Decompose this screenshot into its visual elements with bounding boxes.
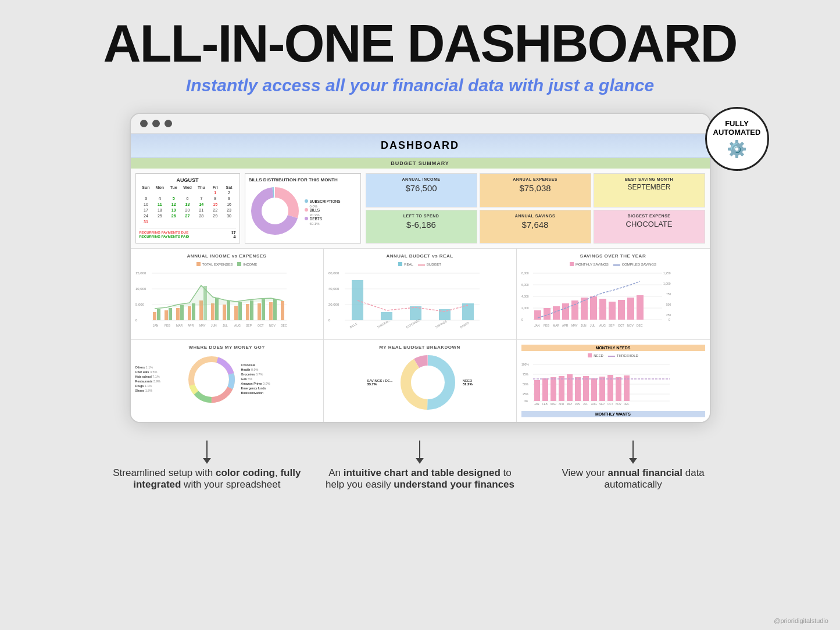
- svg-text:1,250: 1,250: [663, 271, 671, 275]
- cal-day: [153, 190, 166, 195]
- callout-3: View your annual financial data automati…: [532, 441, 734, 491]
- svg-rect-18: [188, 306, 191, 320]
- svg-rect-136: [616, 377, 621, 401]
- left-to-spend-value: $-6,186: [370, 220, 473, 230]
- svg-text:SEP: SEP: [609, 324, 615, 327]
- wl-shoes: Shoes 1.8%: [135, 389, 182, 392]
- where-money-goes-title: WHERE DOES MY MONEY GO?: [135, 345, 319, 350]
- best-saving-month-label: BEST SAVING MONTH: [598, 177, 701, 181]
- bills-distribution-title: BILLS DISTRIBUTION FOR THIS MONTH: [249, 177, 357, 182]
- left-to-spend-label: LEFT TO SPEND: [370, 214, 473, 218]
- auto-badge-line2: AUTOMATED: [713, 128, 761, 137]
- svg-text:JAN: JAN: [153, 324, 159, 327]
- svg-text:MAY: MAY: [571, 324, 578, 327]
- svg-text:MAY: MAY: [567, 403, 572, 406]
- bills-distribution-panel: BILLS DISTRIBUTION FOR THIS MONTH: [245, 173, 361, 244]
- debts-dot: [305, 217, 308, 220]
- budget-breakdown-panel: MY REAL BUDGET BREAKDOWN SAVINGS / DE...…: [324, 340, 517, 422]
- need-pct-value: 31.2%: [463, 382, 473, 386]
- annual-budget-real-title: ANNUAL BUDGET vs REAL: [328, 253, 512, 259]
- svg-text:0%: 0%: [524, 399, 528, 403]
- cal-day: [167, 190, 180, 195]
- monthly-needs-header: MONTHLY NEEDS: [521, 345, 705, 351]
- cal-day: 31: [140, 219, 153, 224]
- budget-breakdown-content: SAVINGS / DE... 33.7% NEED 31.2%: [328, 353, 512, 411]
- window-dot-2: [152, 120, 160, 127]
- svg-rect-13: [157, 309, 160, 320]
- svg-text:NOV: NOV: [627, 324, 634, 327]
- cal-day: 12: [167, 202, 180, 207]
- cal-day: 18: [153, 207, 166, 213]
- real-label: REAL: [404, 263, 413, 266]
- wr-boat: Boat renovation: [241, 391, 288, 395]
- wl-ubereats: Uber eats 3.5%: [135, 370, 182, 374]
- svg-text:BILLS: BILLS: [349, 322, 358, 329]
- legend-compiled-savings: COMPILED SAVINGS: [613, 262, 656, 266]
- legend-monthly-savings: MONTHLY SAVINGS: [570, 262, 609, 266]
- svg-text:APR: APR: [188, 324, 194, 327]
- svg-text:2,000: 2,000: [521, 306, 529, 310]
- svg-rect-12: [153, 312, 156, 320]
- recurring-paid-row: RECURRING PAYMENTS PAID 4: [140, 235, 236, 239]
- legend-bills: BILLS: [305, 208, 341, 212]
- cal-day: 1: [209, 190, 222, 195]
- svg-text:OCT: OCT: [618, 324, 624, 327]
- svg-text:50%: 50%: [523, 382, 529, 386]
- callout-1: Streamlined setup with color coding, ful…: [106, 441, 308, 491]
- svg-text:0: 0: [521, 318, 523, 321]
- cal-header-sat: Sat: [223, 185, 236, 189]
- svg-rect-133: [591, 378, 597, 401]
- svg-rect-15: [169, 308, 172, 320]
- cal-day: 5: [167, 196, 180, 201]
- svg-text:SEP: SEP: [246, 324, 252, 327]
- calendar-footer: RECURRING PAYMENTS DUE 17 RECURRING PAYM…: [140, 228, 236, 239]
- cal-day: 16: [223, 202, 236, 207]
- cal-day: 2: [223, 190, 236, 195]
- cal-header-mon: Mon: [153, 185, 166, 189]
- svg-rect-92: [637, 295, 644, 320]
- biggest-expense-value: CHOCOLATE: [598, 220, 701, 228]
- budget-summary-bar: BUDGET SUMMARY: [131, 158, 710, 169]
- bar-chart-svg: 15,000 10,000 5,000 0: [135, 269, 287, 332]
- cal-day: 22: [209, 207, 222, 213]
- threshold-legend-label: THRESHOLD: [617, 354, 638, 357]
- savings-chart-svg: 8,000 6,000 4,000 2,000 0 1,250 1,000 75…: [521, 269, 673, 332]
- top-section: AUGUST Sun Mon Tue Wed Thu Fri Sat 1: [131, 169, 710, 249]
- legend-budget: BUDGET: [418, 262, 441, 266]
- svg-text:500: 500: [666, 303, 671, 306]
- svg-rect-30: [258, 303, 261, 320]
- svg-rect-16: [176, 308, 180, 320]
- callouts-section: Streamlined setup with color coding, ful…: [106, 441, 734, 491]
- biggest-expense-label: BIGGEST EXPENSE: [598, 214, 701, 218]
- callout-1-text: Streamlined setup with color coding, ful…: [106, 467, 308, 491]
- subscriptions-dot: [305, 199, 308, 203]
- svg-text:JAN: JAN: [534, 324, 540, 327]
- savings-over-year-title: SAVINGS OVER THE YEAR: [521, 253, 705, 259]
- bills-label: BILLS: [310, 208, 320, 212]
- monthly-savings-label: MONTHLY SAVINGS: [576, 263, 609, 266]
- svg-rect-22: [211, 303, 215, 320]
- svg-rect-132: [583, 376, 589, 401]
- cal-day: 20: [181, 207, 194, 213]
- svg-rect-128: [551, 377, 556, 401]
- budget-donut-chart: [399, 353, 457, 411]
- svg-text:5,000: 5,000: [135, 303, 145, 306]
- svg-rect-32: [269, 302, 273, 320]
- bills-distribution-content: SUBSCRIPTIONS 0.0% BILLS 30.3% DEBTS 69.…: [249, 185, 357, 239]
- annual-savings-value: $7,648: [484, 220, 587, 230]
- legend-need: NEED: [588, 353, 603, 357]
- svg-text:4,000: 4,000: [521, 295, 529, 298]
- recurring-due-row: RECURRING PAYMENTS DUE 17: [140, 231, 236, 235]
- debts-label: DEBTS: [310, 217, 323, 221]
- svg-rect-83: [553, 306, 560, 320]
- svg-point-3: [262, 198, 288, 224]
- svg-text:AUG: AUG: [591, 403, 597, 406]
- svg-rect-81: [534, 310, 541, 320]
- svg-rect-27: [238, 302, 242, 320]
- metrics-panel: ANNUAL INCOME $76,500 ANNUAL EXPENSES $7…: [366, 173, 705, 244]
- recurring-due-label: RECURRING PAYMENTS DUE: [140, 231, 189, 235]
- income-label: INCOME: [243, 263, 257, 266]
- budget-label: BUDGET: [427, 263, 441, 266]
- cal-day: 3: [140, 196, 153, 201]
- bills-donut-chart: [249, 185, 301, 237]
